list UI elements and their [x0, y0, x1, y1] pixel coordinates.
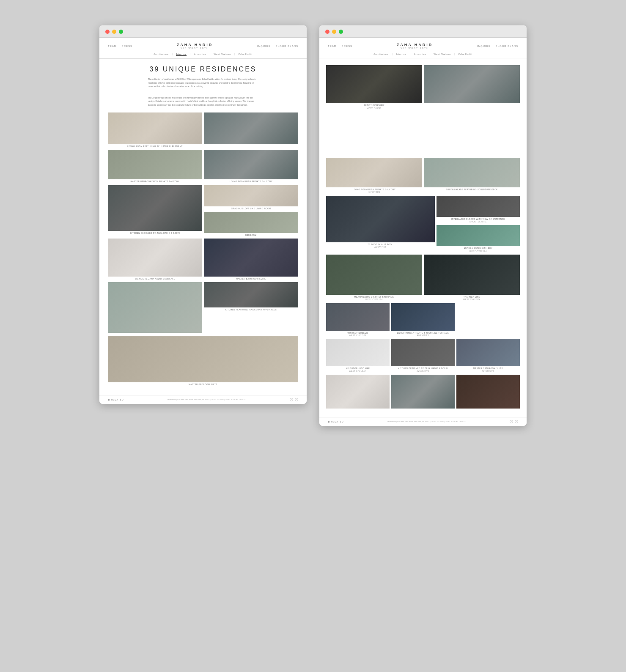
- site-name-right: ZAHA HADID: [397, 43, 433, 47]
- image-item-10[interactable]: [108, 282, 202, 334]
- rimage-item-4[interactable]: SOUTH FACADE FEATURING SCULPTURE DECK: [424, 158, 520, 194]
- rimage-item-8[interactable]: MEATPACKING DISTRICT SHOPPING West Chels…: [326, 255, 422, 302]
- rimage-item-14[interactable]: MASTER BATHROOM SUITE Interiors: [456, 339, 520, 373]
- image-item-7[interactable]: BEDROOM: [204, 212, 298, 237]
- nav-sub-westchelsea-right[interactable]: West Chelsea: [434, 53, 450, 55]
- facebook-icon[interactable]: f: [290, 398, 293, 401]
- gallery-row-5: WHITNEY MUSEUM West Chelsea ENTERTAINMEN…: [326, 303, 520, 337]
- close-icon[interactable]: [105, 30, 110, 34]
- rcaption-3: LIVING ROOM WITH PRIVATE BALCONY Interio…: [326, 189, 422, 194]
- nav-floorplans-link[interactable]: FLOOR PLANS: [276, 45, 298, 47]
- footer-social-right: f t: [510, 420, 518, 423]
- rimage-item-6[interactable]: INTERLACED FLOORS WITH VIEW OF ENTRANCE …: [437, 196, 520, 224]
- rimage-item-11[interactable]: ENTERTAINMENT SUITE & HIGH LINE TERRACE …: [391, 303, 455, 337]
- nav-team-link[interactable]: TEAM: [108, 45, 117, 47]
- nav-sub-amenities-right[interactable]: Amenities: [414, 53, 426, 55]
- nav-bar-right: TEAM PRESS ZAHA HADID 520 WEST 28TH INQU…: [319, 38, 527, 58]
- rimage-item-1[interactable]: ARTIST OVERVIEW Zaha Hadid: [326, 65, 422, 110]
- rimage-item-10[interactable]: WHITNEY MUSEUM West Chelsea: [326, 303, 390, 337]
- image-7[interactable]: [204, 212, 298, 233]
- rimage-item-15[interactable]: [326, 375, 390, 409]
- image-item-2[interactable]: [204, 112, 298, 148]
- minimize-icon-right[interactable]: [332, 30, 336, 34]
- image-11[interactable]: [204, 282, 298, 307]
- rimage-item-16[interactable]: [391, 375, 455, 409]
- image-item-6[interactable]: GRACIOUS LOFT LIKE LIVING ROOM: [204, 185, 298, 210]
- rimage-6[interactable]: [437, 196, 520, 217]
- image-5[interactable]: [108, 185, 202, 231]
- footer-social-left: f t: [290, 398, 298, 401]
- rimage-8[interactable]: [326, 255, 422, 295]
- nav-press-link-right[interactable]: PRESS: [342, 45, 352, 47]
- gallery-row-7: [326, 375, 520, 409]
- rimage-item-17[interactable]: [456, 375, 520, 409]
- image-item-8[interactable]: SIGNATURE ZAHA HADID STAIRCASE: [108, 239, 202, 280]
- rimage-15[interactable]: [326, 375, 390, 409]
- image-item-5[interactable]: KITCHEN DESIGNED BY ZAHA HADID & BOFFI: [108, 185, 202, 237]
- image-3[interactable]: [108, 150, 202, 179]
- image-4[interactable]: [204, 150, 298, 179]
- nav-sub-amenities[interactable]: Amenities: [194, 53, 206, 56]
- image-item-3[interactable]: MASTER BEDROOM WITH PRIVATE BALCONY: [108, 150, 202, 183]
- maximize-icon-right[interactable]: [339, 30, 343, 34]
- rimage-17[interactable]: [456, 375, 520, 409]
- page-description-2: The 39 generous loft-like residences are…: [148, 96, 258, 107]
- rimage-13[interactable]: [391, 339, 455, 366]
- image-right-stack: GRACIOUS LOFT LIKE LIVING ROOM BEDROOM: [204, 185, 298, 237]
- left-browser-window: TEAM PRESS ZAHA HADID 520 WEST 28TH INQU…: [99, 25, 307, 404]
- facebook-icon-right[interactable]: f: [510, 420, 513, 423]
- image-item-4[interactable]: LIVING ROOM WITH PRIVATE BALCONY: [204, 150, 298, 183]
- rimage-3[interactable]: [326, 158, 422, 187]
- maximize-icon[interactable]: [119, 30, 123, 34]
- rimage-5[interactable]: [326, 196, 435, 242]
- nav-divider-r2: |: [410, 53, 411, 55]
- rimage-4[interactable]: [424, 158, 520, 187]
- nav-sub-right: Architecture | Interiors | Amenities | W…: [328, 51, 518, 55]
- image-item-12[interactable]: MASTER BEDROOM SUITE: [108, 336, 298, 386]
- nav-sub-architecture-right[interactable]: Architecture: [373, 53, 388, 55]
- rimage-1[interactable]: [326, 65, 422, 103]
- twitter-icon-right[interactable]: t: [515, 420, 518, 423]
- image-10[interactable]: [108, 282, 202, 333]
- nav-inquire-link-right[interactable]: INQUIRE: [477, 45, 491, 47]
- rimage-9[interactable]: [424, 255, 520, 295]
- minimize-icon[interactable]: [112, 30, 116, 34]
- nav-sub-interiors[interactable]: Interiors: [176, 53, 186, 56]
- nav-sub-zahahaid-right[interactable]: Zaha Hadid: [458, 53, 472, 55]
- nav-sub-architecture[interactable]: Architecture: [154, 53, 168, 56]
- nav-floorplans-link-right[interactable]: FLOOR PLANS: [496, 45, 518, 47]
- image-item-11[interactable]: KITCHEN FEATURING GAGGENAU APPLIANCES: [204, 282, 298, 334]
- rimage-item-3[interactable]: LIVING ROOM WITH PRIVATE BALCONY Interio…: [326, 158, 422, 194]
- gallery-page: ARTIST OVERVIEW Zaha Hadid LIVING ROOM W…: [319, 58, 527, 417]
- image-9[interactable]: [204, 239, 298, 277]
- rimage-item-2[interactable]: [424, 65, 520, 156]
- rimage-2[interactable]: [424, 65, 520, 103]
- image-1[interactable]: [108, 112, 202, 144]
- image-12[interactable]: [108, 336, 298, 382]
- rimage-item-7[interactable]: ANDREA ROSEN GALLERY West Chelsea: [437, 225, 520, 253]
- rimage-10[interactable]: [326, 303, 390, 331]
- rimage-14[interactable]: [456, 339, 520, 366]
- rimage-7[interactable]: [437, 225, 520, 246]
- nav-press-link[interactable]: PRESS: [122, 45, 132, 47]
- rimage-item-5[interactable]: 75 FOOT SKY-LIT POOL Amenities: [326, 196, 435, 253]
- rimage-item-9[interactable]: THE HIGH LINE West Chelsea: [424, 255, 520, 302]
- close-icon-right[interactable]: [325, 30, 329, 34]
- rimage-12[interactable]: [326, 339, 390, 366]
- nav-inquire-link[interactable]: INQUIRE: [257, 45, 271, 47]
- rimage-item-13[interactable]: KITCHEN DESIGNED BY ZAHA HADID & BOFFI I…: [391, 339, 455, 373]
- nav-team-link-right[interactable]: TEAM: [328, 45, 337, 47]
- image-item-9[interactable]: MASTER BATHROOM SUITE: [204, 239, 298, 280]
- image-6[interactable]: [204, 185, 298, 206]
- rimage-16[interactable]: [391, 375, 455, 409]
- nav-sub-westchelsea[interactable]: West Chelsea: [214, 53, 231, 56]
- image-8[interactable]: [108, 239, 202, 277]
- twitter-icon[interactable]: t: [295, 398, 298, 401]
- rimage-11[interactable]: [391, 303, 455, 331]
- rimage-item-12[interactable]: NEIGHBORHOOD MAP West Chelsea: [326, 339, 390, 373]
- nav-sub-interiors-right[interactable]: Interiors: [396, 53, 406, 55]
- rcaption-8: MEATPACKING DISTRICT SHOPPING West Chels…: [326, 296, 422, 302]
- image-item-1[interactable]: LIVING ROOM FEATURING SCULPTURAL ELEMENT: [108, 112, 202, 148]
- nav-sub-zahahaid[interactable]: Zaha Hadid: [238, 53, 252, 56]
- image-2[interactable]: [204, 112, 298, 144]
